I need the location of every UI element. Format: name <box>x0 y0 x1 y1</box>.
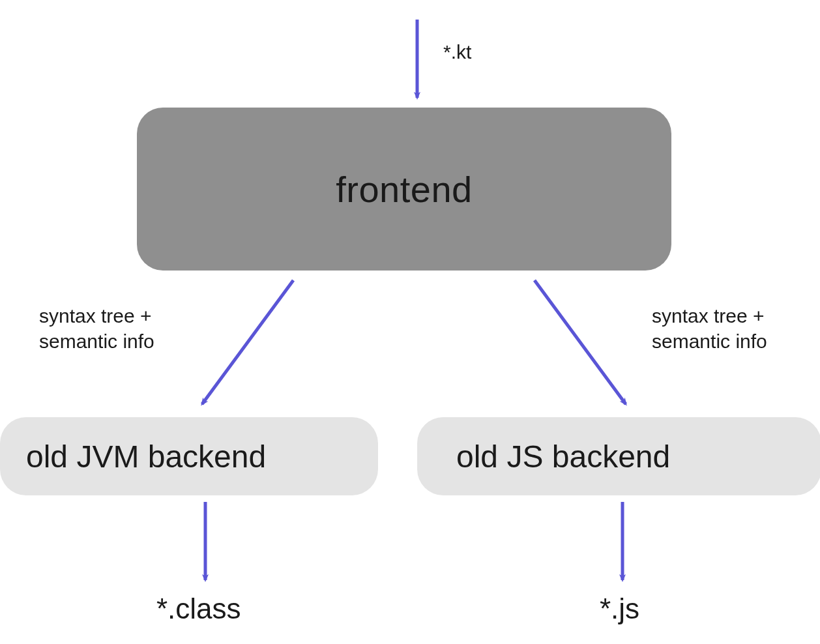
frontend-node-label: frontend <box>336 168 473 211</box>
input-source-label: *.kt <box>443 39 471 65</box>
output-js-label: *.js <box>600 590 639 627</box>
output-jvm-label: *.class <box>156 590 241 627</box>
arrow-to-js <box>534 280 626 404</box>
edge-label-jvm: syntax tree + semantic info <box>39 303 189 354</box>
jvm-backend-node-label: old JVM backend <box>26 439 266 475</box>
frontend-node: frontend <box>137 108 671 271</box>
js-backend-node: old JS backend <box>417 417 820 495</box>
diagram-canvas: *.kt frontend syntax tree + semantic inf… <box>0 0 820 644</box>
arrow-to-jvm <box>202 280 293 404</box>
js-backend-node-label: old JS backend <box>456 439 670 475</box>
edge-label-js: syntax tree + semantic info <box>652 303 802 354</box>
jvm-backend-node: old JVM backend <box>0 417 378 495</box>
